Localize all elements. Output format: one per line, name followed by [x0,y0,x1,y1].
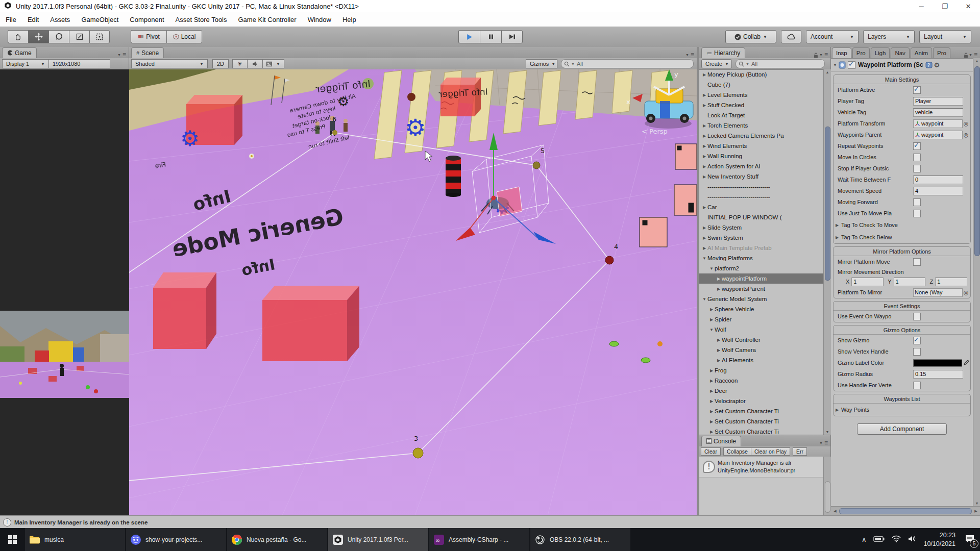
hierarchy-item[interactable]: ▼Moving Platforms [699,253,823,263]
volume-icon[interactable] [908,535,916,544]
pivot-toggle-button[interactable]: Pivot [131,30,166,43]
hierarchy-item[interactable]: ▶Set Custom Character Ti [699,406,823,416]
hierarchy-item-selected[interactable]: ▶waypointPlatform [699,273,823,284]
mirror-x-input[interactable]: 1 [851,278,884,286]
console-collapse-button[interactable]: Collapse [723,447,751,456]
console-clear-on-play-button[interactable]: Clear on Play [751,447,790,456]
scene-viewport[interactable]: ⚙ ⚙ ⚙ ⚙ [129,69,697,515]
hierarchy-item[interactable]: ▶Slide System [699,222,823,233]
hierarchy-item[interactable]: -------------------------------- [699,182,823,192]
hierarchy-item[interactable]: ▶Set Custom Character Ti [699,427,823,435]
foldout-tag-to-check-below[interactable]: ▶Tag To Check Below [834,231,970,243]
pause-button[interactable] [480,30,501,43]
vehicle-tag-input[interactable]: vehicle [913,108,963,117]
rect-tool-button[interactable] [89,30,110,43]
hierarchy-item[interactable]: ▶Wind Elements [699,141,823,151]
hierarchy-item[interactable]: ▶AI Elements [699,355,823,365]
scroll-right-arrow[interactable]: ▶ [972,509,980,513]
waypoints-parent-object-field[interactable]: waypoint [913,131,963,139]
tab-project[interactable]: Pro [852,47,870,58]
hierarchy-item[interactable]: ▶Level Elements [699,90,823,100]
start-button[interactable] [0,528,24,551]
use-event-checkbox[interactable] [913,313,921,320]
inspector-lock-icon[interactable] [964,53,969,58]
rotate-tool-button[interactable] [48,30,69,43]
menu-file[interactable]: File [0,16,22,23]
game-panel-menu-icon[interactable]: ▼≡ [117,51,129,58]
inspector-panel-menu-icon[interactable]: ▼≡ [969,51,980,58]
tab-console[interactable]: Console [701,436,741,446]
object-picker-icon[interactable]: ◎ [963,132,969,138]
hierarchy-item[interactable]: ▼Generic Model System [699,294,823,304]
2d-toggle-button[interactable]: 2D [212,59,229,68]
use-just-to-move-checkbox[interactable] [913,210,921,217]
hierarchy-item[interactable]: ▶Wolf Camera [699,345,823,355]
menu-window[interactable]: Window [302,16,337,23]
inspector-scrollbar[interactable]: ▲ ▼ [973,58,980,506]
hierarchy-item[interactable]: ▶Sphere Vehicle [699,304,823,314]
tab-navigation[interactable]: Nav [891,47,909,58]
component-foldout-arrow[interactable]: ▼ [833,63,839,67]
layout-dropdown[interactable]: Layout▼ [919,30,971,43]
inspector-hscrollbar[interactable]: ◀ ▶ [831,506,980,515]
scene-lighting-button[interactable]: ☀ [232,59,248,68]
object-picker-icon[interactable]: ◎ [963,120,969,127]
hierarchy-item[interactable]: ▶New Inventory Stuff [699,171,823,182]
hierarchy-panel-menu-icon[interactable]: ▼≡ [819,51,830,58]
hierarchy-item[interactable]: ▶Velociraptor [699,396,823,406]
moving-forward-checkbox[interactable] [913,198,921,206]
use-handle-checkbox[interactable] [913,382,921,389]
hierarchy-item[interactable]: ▼Wolf [699,324,823,335]
console-panel-menu-icon[interactable]: ▼≡ [819,439,830,446]
platform-transform-object-field[interactable]: waypoint [913,119,963,128]
hand-tool-button[interactable] [8,30,28,43]
console-error-pause-button[interactable]: Err [793,447,807,456]
hierarchy-item[interactable]: ▶Torch Elements [699,120,823,131]
hierarchy-item[interactable]: ▶Wall Running [699,151,823,161]
mirror-y-input[interactable]: 1 [894,278,926,286]
cloud-button[interactable] [781,30,801,43]
maximize-button[interactable]: ❐ [933,0,957,12]
stop-if-player-checkbox[interactable] [913,165,921,172]
hscroll-thumb[interactable] [839,508,972,514]
show-vertex-checkbox[interactable] [913,348,921,356]
hierarchy-item[interactable]: ▶Frog [699,365,823,375]
hierarchy-item[interactable]: -------------------------------- [699,192,823,202]
help-icon[interactable]: ? [925,62,933,68]
taskbar-app-explorer[interactable]: musica [25,528,125,551]
foldout-way-points[interactable]: ▶Way Points [834,404,970,416]
menu-assets[interactable]: Assets [44,16,76,23]
account-dropdown[interactable]: Account▼ [806,30,859,43]
wait-time-input[interactable]: 0 [913,176,963,184]
console-clear-button[interactable]: Clear [701,447,721,456]
gizmo-color-swatch[interactable] [913,359,962,367]
menu-component[interactable]: Component [124,16,169,23]
hierarchy-scrollbar[interactable]: ▲ ▼ [823,69,831,435]
collab-button[interactable]: Collab▼ [725,30,776,43]
gizmo-radius-input[interactable]: 0.15 [913,370,963,379]
tab-profiler[interactable]: Pro [933,47,950,58]
wifi-icon[interactable] [892,535,901,544]
move-in-circles-checkbox[interactable] [913,154,921,161]
battery-icon[interactable] [873,535,885,544]
hierarchy-item[interactable]: ▶AI Main Template Prefab [699,243,823,253]
hierarchy-lock-icon[interactable] [814,53,819,58]
layers-dropdown[interactable]: Layers▼ [863,30,915,43]
minimize-button[interactable]: ─ [910,0,933,12]
hierarchy-item[interactable]: ▶Deer [699,386,823,396]
menu-asset-store-tools[interactable]: Asset Store Tools [170,16,233,23]
menu-edit[interactable]: Edit [22,16,44,23]
tab-inspector[interactable]: Insp [832,47,851,58]
eyedropper-icon[interactable] [962,358,970,367]
step-button[interactable] [501,30,523,43]
menu-gameobject[interactable]: GameObject [76,16,124,23]
foldout-tag-to-check-to-move[interactable]: ▶Tag To Check To Move [834,219,970,231]
hierarchy-item[interactable]: ▶Set Custom Character Ti [699,416,823,427]
mirror-z-input[interactable]: 1 [935,278,967,286]
hierarchy-item[interactable]: ▶waypointsParent [699,284,823,294]
add-component-button[interactable]: Add Component [857,423,947,435]
hierarchy-item[interactable]: ▶Raccoon [699,375,823,386]
local-toggle-button[interactable]: Local [166,30,202,43]
platform-active-checkbox[interactable] [913,86,921,94]
hierarchy-item[interactable]: ▶Stuff Checked [699,100,823,110]
